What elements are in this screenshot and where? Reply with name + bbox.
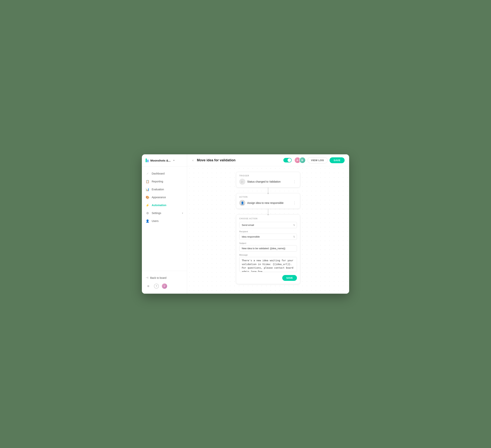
action-select-wrapper: Send email Assign user Change status	[239, 222, 297, 228]
sidebar-item-appearance[interactable]: 🎨 Appearance	[142, 193, 187, 201]
sidebar-item-users[interactable]: 👤 Users	[142, 217, 187, 225]
sidebar-item-label: Dashboard	[152, 172, 165, 175]
main-content: ‹ Move idea for validation A B VIEW LOG …	[187, 154, 349, 294]
back-button[interactable]: ‹	[192, 157, 194, 163]
action-card: ACTION 👤 Assign idea to new responsible …	[236, 193, 300, 209]
avatars-group: A B	[294, 157, 306, 163]
save-bottom-button[interactable]: SAVE	[282, 275, 297, 281]
topbar-right: A B VIEW LOG SAVE	[294, 157, 345, 163]
flow-arrow-1	[268, 187, 268, 193]
page-title: Move idea for validation	[197, 158, 281, 162]
notes-icon[interactable]: ≡	[146, 283, 151, 289]
sidebar-item-label: Reporting	[152, 180, 163, 183]
action-menu-icon[interactable]: ⋮	[292, 201, 297, 205]
clipboard-icon: 📋	[146, 180, 149, 183]
toggle-knob	[288, 158, 291, 162]
lightning-icon: ⚡	[146, 203, 149, 207]
recipient-group: Recipient Idea responsible Board admin C…	[239, 230, 297, 240]
help-icon[interactable]: ?	[154, 284, 159, 289]
trigger-text: Status changed to Validation	[247, 180, 290, 183]
sidebar-bottom: ⊣ Back to board ≡ ? J	[142, 271, 187, 294]
action-select-group: Send email Assign user Change status	[239, 222, 297, 228]
subject-group: Subject	[239, 242, 297, 251]
recipient-select[interactable]: Idea responsible Board admin Custom	[239, 234, 297, 240]
automation-toggle[interactable]	[283, 158, 292, 163]
subject-label: Subject	[239, 242, 297, 244]
app-window: Moonshots &... ▾ ⟋ Dashboard 📋 Reporting…	[142, 154, 349, 294]
flow-arrow-2	[268, 209, 268, 214]
back-to-board-icon: ⊣	[146, 276, 148, 280]
workspace-name: Moonshots &...	[150, 159, 171, 162]
action-icon: 👤	[239, 200, 245, 206]
sidebar-nav: ⟋ Dashboard 📋 Reporting 📊 Evaluation 🎨 A…	[142, 167, 187, 271]
action-text: Assign idea to new responsible	[247, 201, 290, 204]
save-bottom-row: SAVE	[239, 275, 297, 281]
sidebar-item-label: Evaluation	[152, 188, 164, 191]
trigger-menu-icon[interactable]: ⋮	[292, 179, 297, 184]
recipient-select-wrapper: Idea responsible Board admin Custom	[239, 234, 297, 240]
back-to-board-button[interactable]: ⊣ Back to board	[142, 274, 187, 282]
bar-chart-icon: 📊	[146, 187, 149, 191]
action-label: ACTION	[239, 196, 297, 198]
topbar: ‹ Move idea for validation A B VIEW LOG …	[187, 154, 349, 166]
trigger-label: TRIGGER	[239, 175, 297, 177]
action-select[interactable]: Send email Assign user Change status	[239, 222, 297, 228]
sidebar-item-label: Appearance	[152, 196, 166, 199]
message-label: Message	[239, 254, 297, 256]
sidebar-item-automation[interactable]: ⚡ Automation	[142, 201, 187, 209]
sidebar-item-dashboard[interactable]: ⟋ Dashboard	[142, 170, 187, 177]
trigger-body: ▷ Status changed to Validation ⋮	[239, 179, 297, 185]
back-to-board-label: Back to board	[150, 276, 166, 279]
sidebar-item-evaluation[interactable]: 📊 Evaluation	[142, 185, 187, 193]
subject-input[interactable]	[239, 245, 297, 251]
user-avatar[interactable]: J	[162, 283, 167, 289]
trigger-icon: ▷	[239, 179, 245, 185]
choose-action-label: CHOOSE ACTION	[239, 218, 297, 220]
action-body: 👤 Assign idea to new responsible ⋮	[239, 200, 297, 206]
chart-line-icon: ⟋	[146, 172, 149, 175]
message-group: Message There's a new idea waiting for y…	[239, 254, 297, 273]
sidebar: Moonshots &... ▾ ⟋ Dashboard 📋 Reporting…	[142, 154, 187, 294]
sidebar-item-reporting[interactable]: 📋 Reporting	[142, 177, 187, 185]
sidebar-item-settings[interactable]: ⚙ Settings ▾	[142, 209, 187, 217]
message-textarea[interactable]: There's a new idea waiting for your vali…	[239, 257, 297, 272]
sidebar-item-label: Settings	[152, 211, 161, 215]
avatar-user2: B	[299, 157, 306, 163]
save-top-button[interactable]: SAVE	[330, 157, 345, 163]
choose-action-card: CHOOSE ACTION Send email Assign user Cha…	[236, 214, 300, 284]
flow-area: TRIGGER ▷ Status changed to Validation ⋮…	[187, 166, 349, 294]
recipient-label: Recipient	[239, 230, 297, 233]
settings-chevron-icon: ▾	[182, 212, 183, 214]
logo-icon	[146, 158, 149, 162]
sidebar-item-label: Automation	[152, 204, 166, 207]
view-log-button[interactable]: VIEW LOG	[308, 157, 328, 163]
trigger-card: TRIGGER ▷ Status changed to Validation ⋮	[236, 172, 300, 187]
sidebar-footer: ≡ ? J	[142, 282, 187, 291]
palette-icon: 🎨	[146, 195, 149, 199]
sidebar-item-label: Users	[152, 219, 159, 222]
sidebar-logo[interactable]: Moonshots &... ▾	[142, 154, 187, 167]
gear-icon: ⚙	[146, 211, 149, 215]
person-icon: 👤	[146, 219, 149, 223]
workspace-chevron-icon: ▾	[173, 159, 174, 162]
